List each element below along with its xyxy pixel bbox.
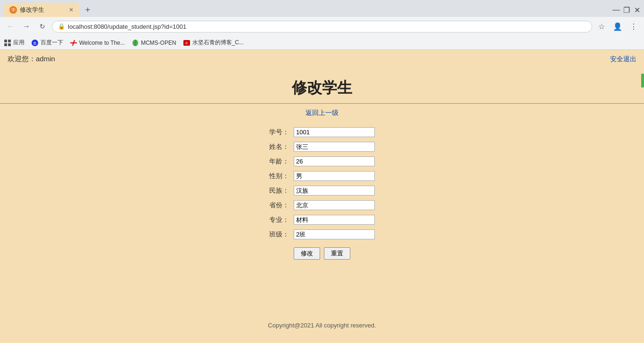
lock-icon: 🔒 [58, 23, 65, 30]
footer-text: Copyright@2021 All copyright reserved. [268, 322, 376, 329]
form-label-province: 省份： [267, 198, 292, 212]
form-buttons: 修改 重置 [294, 247, 350, 260]
tab-close-icon[interactable]: ✕ [69, 7, 74, 13]
bookmark-csdn[interactable]: C 水坚石青的博客_C... [183, 39, 244, 47]
form-cell-gender [292, 169, 377, 183]
svg-rect-0 [4, 40, 7, 42]
student-form: 学号：姓名：年龄：性别：民族：省份：专业：班级： [267, 125, 377, 242]
form-cell-ethnicity [292, 183, 377, 198]
input-class[interactable] [294, 229, 375, 239]
form-row-age: 年龄： [267, 154, 377, 169]
form-row-gender: 性别： [267, 169, 377, 183]
input-age[interactable] [294, 156, 375, 166]
input-name[interactable] [294, 142, 375, 152]
slash-icon [70, 39, 77, 47]
reset-button[interactable]: 重置 [324, 247, 350, 260]
url-text: localhost:8080/update_student.jsp?id=100… [68, 23, 586, 30]
bookmark-star-button[interactable]: ☆ [595, 20, 608, 33]
menu-button[interactable]: ⋮ [627, 20, 640, 33]
bookmark-welcome-label: Welcome to The... [79, 40, 125, 46]
svg-rect-1 [8, 40, 11, 42]
footer: Copyright@2021 All copyright reserved. [0, 312, 644, 338]
form-cell-major [292, 212, 377, 227]
forward-button[interactable]: → [20, 20, 33, 33]
bookmark-apps[interactable]: 应用 [4, 39, 25, 47]
logout-link[interactable]: 安全退出 [610, 55, 636, 64]
input-gender[interactable] [294, 171, 375, 181]
new-tab-button[interactable]: + [81, 3, 94, 16]
baidu-icon: B [31, 39, 39, 47]
form-row-major: 专业： [267, 212, 377, 227]
form-label-major: 专业： [267, 212, 292, 227]
window-controls: — ❐ ✕ [613, 7, 640, 13]
page-title: 修改学生 [0, 78, 644, 98]
input-ethnicity[interactable] [294, 186, 375, 196]
page-content: 欢迎您：admin 安全退出 修改学生 返回上一级 学号：姓名：年龄：性别：民族… [0, 50, 644, 343]
submit-button[interactable]: 修改 [294, 247, 320, 260]
minimize-button[interactable]: — [613, 7, 619, 13]
page-title-section: 修改学生 [0, 68, 644, 103]
tab-favicon: 学 [9, 6, 17, 14]
bookmark-mcms-label: MCMS-OPEN [141, 40, 176, 46]
form-label-student_id: 学号： [267, 125, 292, 139]
form-cell-student_id [292, 125, 377, 139]
csdn-icon: C [183, 39, 190, 47]
maximize-button[interactable]: ❐ [623, 7, 630, 13]
form-label-gender: 性别： [267, 169, 292, 183]
bookmark-apps-label: 应用 [13, 39, 25, 47]
close-button[interactable]: ✕ [634, 7, 640, 13]
reload-button[interactable]: ↻ [36, 20, 49, 33]
form-label-age: 年龄： [267, 154, 292, 169]
form-cell-class [292, 227, 377, 242]
back-button[interactable]: ← [4, 20, 17, 33]
form-section: 学号：姓名：年龄：性别：民族：省份：专业：班级： 修改 重置 [0, 125, 644, 260]
top-bar: 欢迎您：admin 安全退出 [0, 50, 644, 68]
bookmark-baidu[interactable]: B 百度一下 [31, 39, 63, 47]
bookmark-welcome[interactable]: Welcome to The... [70, 39, 125, 47]
svg-rect-2 [4, 43, 7, 46]
svg-text:B: B [33, 41, 36, 46]
browser-titlebar: 学 修改学生 ✕ + — ❐ ✕ [0, 0, 644, 17]
form-label-ethnicity: 民族： [267, 183, 292, 198]
apps-icon [4, 39, 11, 47]
form-label-name: 姓名： [267, 139, 292, 154]
browser-chrome: 学 修改学生 ✕ + — ❐ ✕ ← → ↻ 🔒 localhost:8080/… [0, 0, 644, 50]
input-province[interactable] [294, 200, 375, 210]
form-label-class: 班级： [267, 227, 292, 242]
welcome-text: 欢迎您：admin [8, 55, 55, 64]
browser-tab[interactable]: 学 修改学生 ✕ [4, 3, 79, 17]
divider [0, 103, 644, 104]
bookmark-mcms[interactable]: MCMS-OPEN [132, 39, 176, 47]
form-row-name: 姓名： [267, 139, 377, 154]
input-student_id[interactable] [294, 127, 375, 137]
bookmark-csdn-label: 水坚石青的博客_C... [192, 39, 244, 47]
back-link[interactable]: 返回上一级 [305, 109, 339, 116]
bookmarks-bar: 应用 B 百度一下 Welcome to The... MCMS-OPEN [0, 36, 644, 50]
form-row-ethnicity: 民族： [267, 183, 377, 198]
browser-toolbar: ← → ↻ 🔒 localhost:8080/update_student.js… [0, 17, 644, 36]
form-row-class: 班级： [267, 227, 377, 242]
profile-button[interactable]: 👤 [611, 20, 624, 33]
form-cell-age [292, 154, 377, 169]
tab-title: 修改学生 [20, 6, 44, 14]
form-row-student_id: 学号： [267, 125, 377, 139]
form-cell-name [292, 139, 377, 154]
form-row-province: 省份： [267, 198, 377, 212]
svg-rect-3 [8, 43, 11, 46]
leaf-icon [132, 39, 139, 47]
bookmark-baidu-label: 百度一下 [41, 39, 63, 47]
svg-text:C: C [185, 41, 188, 45]
input-major[interactable] [294, 215, 375, 225]
back-link-section: 返回上一级 [0, 108, 644, 117]
scrollbar-indicator [641, 74, 644, 88]
form-cell-province [292, 198, 377, 212]
address-bar[interactable]: 🔒 localhost:8080/update_student.jsp?id=1… [52, 21, 592, 33]
